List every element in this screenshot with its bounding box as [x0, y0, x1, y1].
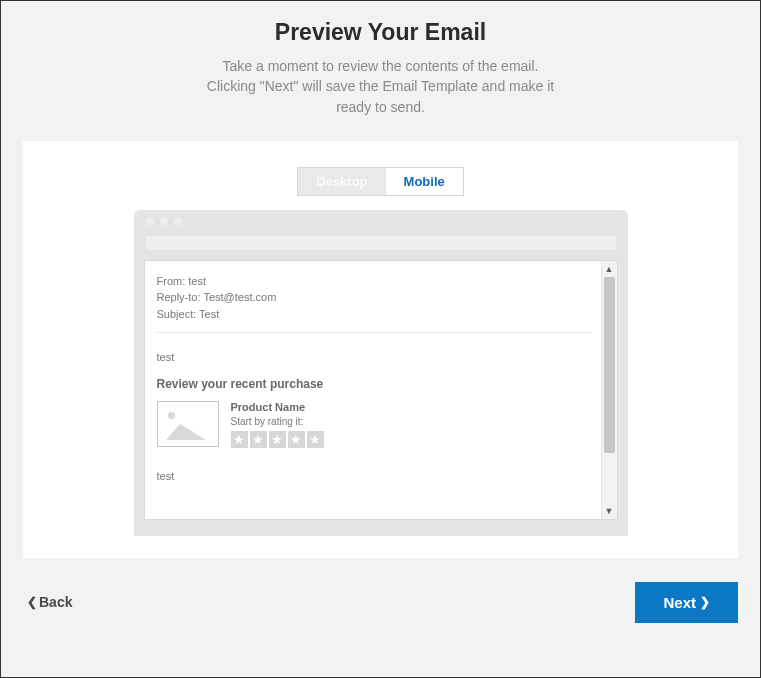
- tab-mobile[interactable]: Mobile: [386, 168, 463, 195]
- star-icon[interactable]: ★: [288, 431, 305, 448]
- desc-line-3: ready to send.: [61, 97, 700, 117]
- star-rating[interactable]: ★★★★★: [231, 431, 591, 448]
- browser-urlbar: [146, 236, 616, 250]
- product-image-placeholder-icon: [157, 401, 219, 447]
- email-replyto: Reply-to: Test@test.com: [157, 289, 591, 306]
- scroll-thumb[interactable]: [604, 277, 615, 453]
- email-meta: From: test Reply-to: Test@test.com Subje…: [157, 273, 591, 323]
- divider: [157, 332, 591, 333]
- back-label: Back: [39, 594, 72, 610]
- email-body-line: test: [157, 351, 591, 363]
- browser-mock: From: test Reply-to: Test@test.com Subje…: [134, 210, 628, 536]
- subject-label: Subject:: [157, 308, 197, 320]
- scroll-up-icon[interactable]: ▲: [602, 261, 617, 277]
- chevron-right-icon: ❯: [700, 595, 710, 609]
- scrollbar[interactable]: ▲ ▼: [601, 261, 617, 519]
- email-preview-pane: From: test Reply-to: Test@test.com Subje…: [144, 260, 618, 520]
- wizard-footer: ❮ Back Next ❯: [1, 558, 760, 643]
- star-icon[interactable]: ★: [231, 431, 248, 448]
- page-description: Take a moment to review the contents of …: [61, 56, 700, 117]
- tab-desktop[interactable]: Desktop: [298, 168, 385, 195]
- browser-titlebar: [134, 210, 628, 232]
- back-button[interactable]: ❮ Back: [23, 588, 76, 616]
- from-label: From:: [157, 275, 186, 287]
- star-icon[interactable]: ★: [307, 431, 324, 448]
- star-icon[interactable]: ★: [269, 431, 286, 448]
- replyto-label: Reply-to:: [157, 291, 201, 303]
- desc-line-2: Clicking "Next" will save the Email Temp…: [61, 76, 700, 96]
- window-dot-icon: [146, 217, 154, 225]
- next-button[interactable]: Next ❯: [635, 582, 738, 623]
- desc-line-1: Take a moment to review the contents of …: [61, 56, 700, 76]
- replyto-value: Test@test.com: [203, 291, 276, 303]
- review-heading: Review your recent purchase: [157, 377, 591, 391]
- window-dot-icon: [160, 217, 168, 225]
- chevron-left-icon: ❮: [27, 595, 37, 609]
- from-value: test: [188, 275, 206, 287]
- preview-card: Desktop Mobile From: test Reply-to: Test…: [23, 141, 738, 558]
- next-label: Next: [663, 594, 696, 611]
- scroll-down-icon[interactable]: ▼: [602, 503, 617, 519]
- product-row: Product Name Start by rating it: ★★★★★: [157, 401, 591, 448]
- email-subject: Subject: Test: [157, 306, 591, 323]
- page-title: Preview Your Email: [61, 19, 700, 46]
- product-name: Product Name: [231, 401, 591, 413]
- subject-value: Test: [199, 308, 219, 320]
- email-from: From: test: [157, 273, 591, 290]
- window-dot-icon: [174, 217, 182, 225]
- email-body-cutoff: test: [157, 470, 591, 482]
- star-icon[interactable]: ★: [250, 431, 267, 448]
- preview-tabs: Desktop Mobile: [41, 167, 720, 196]
- product-subtext: Start by rating it:: [231, 416, 591, 427]
